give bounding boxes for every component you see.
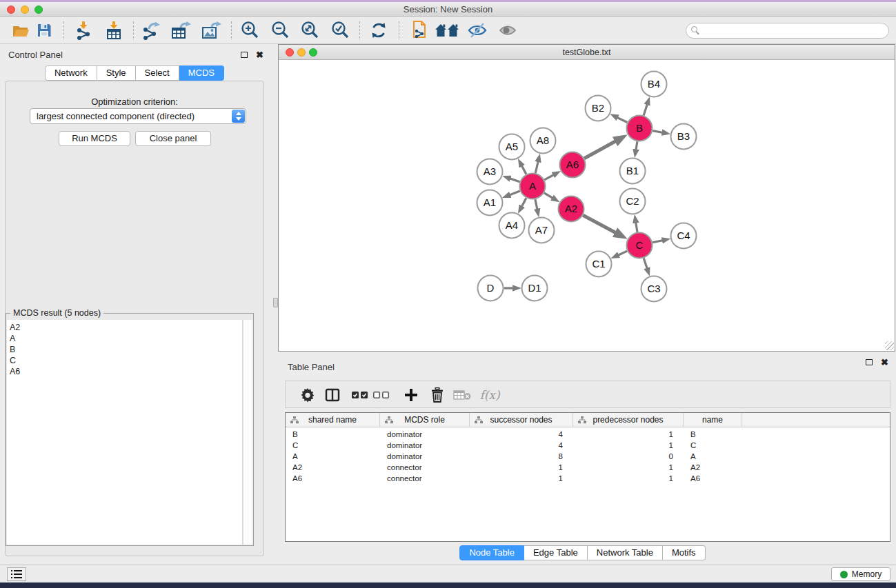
graph-edge-A-A8[interactable]	[535, 162, 538, 174]
export-image-icon[interactable]	[199, 19, 223, 41]
table-cell[interactable]: 1	[470, 462, 573, 473]
task-history-button[interactable]	[7, 567, 26, 581]
tab-style[interactable]: Style	[97, 65, 136, 81]
memory-button[interactable]: Memory	[831, 567, 890, 581]
vertical-splitter-handle[interactable]	[273, 298, 278, 307]
graph-edge-A-A5[interactable]	[522, 166, 526, 174]
table-cell[interactable]: A2	[684, 462, 742, 473]
network-canvas[interactable]: AA1A2A3A4A5A6A7A8BB1B2B3B4CC1C2C3C4DD1	[279, 61, 895, 351]
table-row[interactable]: Adominator80A	[286, 451, 890, 462]
import-table-icon[interactable]	[101, 19, 126, 41]
network-window-titlebar[interactable]: testGlobe.txt	[279, 45, 895, 60]
tab-select[interactable]: Select	[136, 65, 179, 81]
zoom-out-icon[interactable]	[268, 19, 292, 41]
show-columns-icon[interactable]	[321, 384, 344, 406]
mcds-result-item[interactable]: C	[10, 355, 242, 366]
window-resize-grip-icon[interactable]	[885, 341, 894, 350]
table-cell[interactable]: A6	[286, 473, 380, 484]
table-cell[interactable]: 1	[573, 462, 684, 473]
tab-mcds[interactable]: MCDS	[179, 65, 224, 81]
graph-edge-B-B3[interactable]	[653, 131, 662, 133]
import-network-icon[interactable]	[71, 19, 96, 41]
copy-network-icon[interactable]	[406, 19, 430, 41]
run-mcds-button[interactable]: Run MCDS	[59, 131, 130, 146]
graph-edge-A-A1[interactable]	[510, 191, 520, 195]
home-icon[interactable]	[435, 19, 459, 41]
table-cell[interactable]: connector	[380, 473, 470, 484]
graph-edge-A-A4[interactable]	[522, 198, 526, 206]
column-header-name[interactable]: name	[684, 413, 742, 427]
mcds-result-item[interactable]: A	[10, 333, 242, 344]
graph-edge-A-A2[interactable]	[544, 193, 552, 198]
criterion-dropdown[interactable]: largest connected component (directed)	[30, 108, 246, 124]
table-row[interactable]: Bdominator41B	[286, 429, 890, 440]
column-header-mcds-role[interactable]: MCDS role	[380, 413, 470, 427]
graph-edge-A-A6[interactable]	[544, 175, 553, 180]
table-cell[interactable]: 1	[573, 429, 684, 440]
graph-edge-B-B4[interactable]	[644, 105, 647, 116]
table-cell[interactable]: C	[684, 440, 742, 451]
graph-edge-C-C1[interactable]	[619, 251, 628, 255]
table-cell[interactable]: 0	[573, 451, 684, 462]
graph-edge-A2-C[interactable]	[583, 215, 615, 232]
select-all-checkboxes-icon[interactable]	[349, 384, 371, 406]
graph-edge-C-C4[interactable]	[653, 241, 662, 243]
delete-column-trash-icon[interactable]	[426, 384, 448, 406]
export-network-icon[interactable]	[139, 19, 163, 41]
export-table-icon[interactable]	[168, 19, 193, 41]
graph-edge-B-B2[interactable]	[617, 118, 627, 123]
table-cell[interactable]: dominator	[380, 440, 470, 451]
zoom-selected-icon[interactable]	[328, 19, 352, 41]
delete-table-icon[interactable]	[451, 384, 473, 406]
table-cell[interactable]: dominator	[380, 451, 470, 462]
tab-node-table[interactable]: Node Table	[459, 545, 524, 560]
table-cell[interactable]: connector	[380, 462, 470, 473]
table-cell[interactable]: 4	[470, 429, 573, 440]
close-panel-button[interactable]: Close panel	[135, 131, 211, 146]
zoom-fit-icon[interactable]	[297, 19, 322, 41]
refresh-layout-icon[interactable]	[366, 19, 391, 41]
table-cell[interactable]: 8	[470, 451, 573, 462]
close-panel-icon[interactable]: ✖	[881, 357, 888, 367]
settings-gear-icon[interactable]	[297, 384, 319, 406]
table-cell[interactable]: A2	[286, 462, 380, 473]
table-cell[interactable]: 1	[573, 440, 684, 451]
table-cell[interactable]: B	[286, 429, 380, 440]
graph-edge-C-C2[interactable]	[636, 223, 637, 232]
table-cell[interactable]: A	[286, 451, 380, 462]
graph-edge-A6-B[interactable]	[584, 141, 615, 159]
tab-network[interactable]: Network	[45, 65, 97, 81]
graph-edge-B-B1[interactable]	[636, 141, 637, 150]
column-header-predecessor-nodes[interactable]: predecessor nodes	[573, 413, 684, 427]
table-row[interactable]: A2connector11A2	[286, 462, 890, 473]
float-panel-icon[interactable]	[866, 359, 873, 365]
tab-motifs[interactable]: Motifs	[663, 545, 706, 560]
search-input[interactable]	[686, 23, 889, 39]
close-panel-icon[interactable]: ✖	[256, 50, 263, 60]
table-cell[interactable]: A	[684, 451, 742, 462]
table-cell[interactable]: C	[286, 440, 380, 451]
graph-edge-A-A7[interactable]	[535, 199, 537, 209]
tab-edge-table[interactable]: Edge Table	[524, 545, 588, 560]
column-header-shared-name[interactable]: shared name	[286, 413, 380, 427]
table-cell[interactable]: 4	[470, 440, 573, 451]
open-session-icon[interactable]	[8, 19, 33, 41]
graph-edge-C-C3[interactable]	[644, 258, 647, 269]
float-panel-icon[interactable]	[241, 52, 248, 58]
mcds-result-item[interactable]: A2	[10, 322, 242, 333]
hide-selected-eye-icon[interactable]	[465, 19, 490, 41]
apply-function-icon[interactable]: f(x)	[475, 384, 505, 406]
mcds-result-item[interactable]: B	[10, 344, 242, 355]
tab-network-table[interactable]: Network Table	[588, 545, 663, 560]
mcds-result-item[interactable]: A6	[10, 366, 242, 377]
table-row[interactable]: Cdominator41C	[286, 440, 890, 451]
table-row[interactable]: A6connector11A6	[286, 473, 890, 484]
save-session-icon[interactable]	[32, 19, 57, 41]
add-column-icon[interactable]	[400, 384, 422, 406]
column-header-successor-nodes[interactable]: successor nodes	[470, 413, 573, 427]
show-all-eye-icon[interactable]	[495, 19, 520, 41]
deselect-all-checkboxes-icon[interactable]	[370, 384, 392, 406]
table-cell[interactable]: B	[684, 429, 742, 440]
zoom-in-icon[interactable]	[237, 19, 262, 41]
table-cell[interactable]: dominator	[380, 429, 470, 440]
